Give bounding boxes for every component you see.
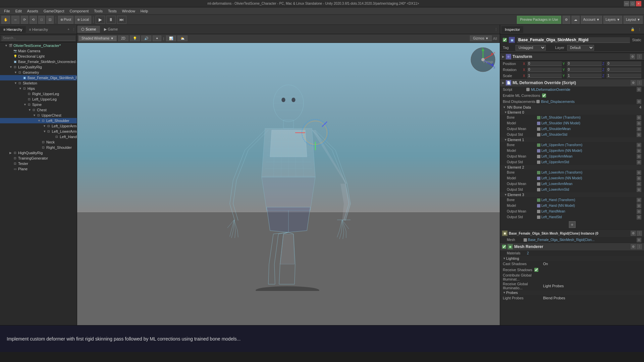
- scene-menu[interactable]: ⋮: [492, 27, 500, 31]
- object-active-checkbox[interactable]: [503, 38, 507, 42]
- tree-item-neck[interactable]: ⊡ Neck: [0, 139, 77, 145]
- tag-dropdown[interactable]: Untagged: [516, 45, 546, 51]
- elem-mean-btn-1[interactable]: ⊙: [637, 154, 641, 159]
- inspector-menu[interactable]: ⋮: [637, 27, 643, 31]
- lighting-header[interactable]: ▼ Lighting: [500, 256, 644, 261]
- scene-sky-button[interactable]: ⛅: [177, 36, 187, 41]
- tree-item-high-quality-rig[interactable]: ▶ ⊡ HighQualityRig: [0, 150, 77, 156]
- menu-help[interactable]: Help: [138, 8, 151, 14]
- tree-item-left-shoulder[interactable]: ▼ ⊡ Left_Shoulder: [0, 118, 77, 123]
- transform-more-button[interactable]: ⋮: [637, 54, 642, 59]
- elem-model-btn-1[interactable]: ⊙: [637, 148, 641, 153]
- probes-header[interactable]: ▼ Probes: [500, 290, 644, 295]
- script-ref-button[interactable]: ⊙: [637, 87, 641, 92]
- tree-item-skeleton[interactable]: ▼ ⊡ Skeleton: [0, 80, 77, 86]
- menu-window[interactable]: Window: [119, 8, 138, 14]
- ml-component-header[interactable]: ▶ 📄 ML Deformation Override (Script) ⚙ ⋮: [500, 79, 644, 86]
- tree-item-spine[interactable]: ▼ ⊡ Spine: [0, 102, 77, 107]
- element-2-header[interactable]: ▼ Element 2: [500, 165, 644, 170]
- elem-mean-btn-3[interactable]: ⊙: [637, 209, 641, 214]
- close-button[interactable]: ✕: [636, 1, 641, 6]
- add-element-button[interactable]: +: [569, 221, 576, 228]
- menu-component[interactable]: Component: [67, 8, 91, 14]
- local-button[interactable]: ⊕ Local: [75, 16, 91, 24]
- elem-std-btn-1[interactable]: ⊙: [637, 160, 641, 165]
- menu-edit[interactable]: Edit: [13, 8, 24, 14]
- element-1-header[interactable]: ▼ Element 1: [500, 137, 644, 142]
- menu-file[interactable]: File: [1, 8, 13, 14]
- maximize-button[interactable]: □: [630, 1, 635, 6]
- settings-button[interactable]: ⚙: [562, 16, 570, 24]
- bind-disp-ref-button[interactable]: ⊙: [637, 99, 641, 104]
- tree-item-right-upper-leg[interactable]: ⊡ Right_UpperLeg: [0, 91, 77, 97]
- minimize-button[interactable]: —: [624, 1, 629, 6]
- elem-bone-btn-0[interactable]: ⊙: [637, 115, 641, 120]
- hierarchy-tab-1[interactable]: ≡ Hierarchy: [0, 26, 26, 33]
- game-tab[interactable]: ▶ Game: [100, 26, 122, 33]
- elem-std-btn-0[interactable]: ⊙: [637, 132, 641, 137]
- rotation-z-input[interactable]: [606, 67, 641, 72]
- tree-item-main-camera[interactable]: 📷 Main Camera: [0, 48, 77, 54]
- tree-item-tester[interactable]: ⊡ Tester: [0, 161, 77, 166]
- scene-audio-button[interactable]: 🔊: [141, 36, 151, 41]
- elem-model-btn-0[interactable]: ⊙: [637, 121, 641, 126]
- scene-fx-button[interactable]: ✦: [153, 36, 161, 41]
- ml-settings-button[interactable]: ⚙: [631, 80, 636, 85]
- elem-mean-btn-0[interactable]: ⊙: [637, 127, 641, 131]
- transform-header[interactable]: ▶ ⊕ Transform ⚙ ⋮: [500, 53, 644, 61]
- scene-stats-button[interactable]: 📊: [166, 36, 176, 41]
- tree-item-base-female-uncorrected[interactable]: ▣ Base_Female_SkinMesh_Uncorrected (1): [0, 59, 77, 64]
- hierarchy-add[interactable]: +: [66, 27, 71, 31]
- scale-x-input[interactable]: [527, 73, 562, 78]
- mesh-renderer-header[interactable]: ▣ Mesh Renderer ⚙ ⋮: [500, 243, 644, 250]
- tree-item-dir-light[interactable]: 💡 Directional Light: [0, 54, 77, 59]
- rect-tool[interactable]: □: [38, 16, 45, 24]
- layers-button[interactable]: Layers ▼: [603, 16, 623, 24]
- gizmos-button[interactable]: Gizmos ▼: [470, 36, 492, 41]
- position-x-input[interactable]: [527, 61, 562, 66]
- element-3-header[interactable]: ▼ Element 3: [500, 192, 644, 197]
- elem-model-btn-2[interactable]: ⊙: [637, 176, 641, 181]
- layout-button[interactable]: Layout ▼: [624, 16, 643, 24]
- elem-bone-btn-2[interactable]: ⊙: [637, 170, 641, 175]
- transform-settings-button[interactable]: ⚙: [630, 54, 635, 59]
- elem-bone-btn-1[interactable]: ⊙: [637, 143, 641, 147]
- tree-item-chest[interactable]: ▼ ⊡ Chest: [0, 107, 77, 113]
- layer-dropdown[interactable]: Default: [567, 45, 594, 51]
- mesh-instance-header[interactable]: ▣ Base_Female_Olga_Skin Mesh_Rigid(Clone…: [500, 229, 644, 237]
- account-button[interactable]: Account ▼: [581, 16, 602, 24]
- tree-item-low-quality-rig[interactable]: ▼ ⊡ LowQualityRig: [0, 64, 77, 70]
- transform-tool[interactable]: ⊡: [46, 16, 54, 24]
- object-name-input[interactable]: [517, 37, 630, 43]
- play-button[interactable]: ▶: [96, 16, 105, 24]
- elem-std-btn-3[interactable]: ⊙: [637, 215, 641, 220]
- cloud-button[interactable]: ☁: [572, 16, 580, 24]
- position-z-input[interactable]: [606, 61, 641, 66]
- hierarchy-search-input[interactable]: [1, 36, 75, 41]
- mesh-instance-more[interactable]: ⋮: [637, 231, 642, 236]
- scene-lights-button[interactable]: 💡: [130, 36, 140, 41]
- tree-item-plane[interactable]: ▭ Plane: [0, 166, 77, 172]
- hierarchy-menu[interactable]: ⋮: [71, 27, 77, 31]
- menu-tools[interactable]: Tools: [91, 8, 105, 14]
- mesh-renderer-more[interactable]: ⋮: [637, 244, 642, 249]
- tree-item-geometry[interactable]: ▼ ⊡ Geometry: [0, 70, 77, 75]
- tree-item-left-upper-arm[interactable]: ▼ ⊡ Left_UpperArm: [0, 123, 77, 129]
- menu-assets[interactable]: Assets: [24, 8, 41, 14]
- inspector-lock[interactable]: 🔒: [629, 27, 636, 31]
- elem-bone-btn-3[interactable]: ⊙: [637, 198, 641, 202]
- position-y-input[interactable]: [567, 61, 602, 66]
- preview-packages-button[interactable]: Preview Packages in Use: [517, 16, 561, 24]
- mesh-renderer-checkbox[interactable]: [502, 245, 506, 249]
- menu-tests[interactable]: Tests: [105, 8, 119, 14]
- scene-canvas[interactable]: Y X Z Persp: [77, 43, 500, 325]
- tree-item-left-lower-arm[interactable]: ▼ ⊡ Left_LowerArm: [0, 129, 77, 134]
- element-0-header[interactable]: ▼ Element 0: [500, 110, 644, 115]
- tree-item-left-hand[interactable]: ⊡ Left_Hand: [0, 134, 77, 139]
- tree-item-hips[interactable]: ▼ ⊡ Hips: [0, 86, 77, 91]
- tree-item-upper-chest[interactable]: ▼ ⊡ UpperChest: [0, 113, 77, 118]
- ml-more-button[interactable]: ⋮: [637, 80, 642, 85]
- scale-tool[interactable]: ⟲: [30, 16, 37, 24]
- move-tool[interactable]: ↔: [11, 16, 19, 24]
- tree-item-right-shoulder[interactable]: ⊡ Right_Shoulder: [0, 145, 77, 150]
